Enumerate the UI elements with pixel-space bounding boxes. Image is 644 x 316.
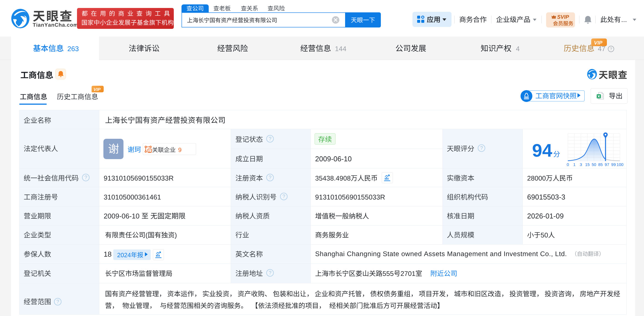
svg-text:?: ? — [269, 270, 271, 276]
svg-text:?: ? — [269, 136, 271, 142]
svg-text:0: 0 — [567, 162, 569, 167]
svg-text:100: 100 — [617, 162, 623, 167]
svg-text:50: 50 — [591, 162, 596, 167]
svg-text:?: ? — [56, 299, 59, 304]
svg-text:97: 97 — [605, 162, 609, 167]
svg-text:3: 3 — [580, 162, 582, 167]
svg-text:?: ? — [282, 194, 285, 199]
svg-text:85: 85 — [598, 162, 603, 167]
svg-text:?: ? — [480, 145, 483, 151]
svg-text:15: 15 — [585, 162, 590, 167]
svg-text:?: ? — [269, 175, 271, 180]
svg-text:?: ? — [610, 46, 612, 51]
svg-text:99: 99 — [611, 162, 616, 167]
svg-text:1: 1 — [573, 162, 576, 167]
svg-text:?: ? — [84, 175, 87, 180]
